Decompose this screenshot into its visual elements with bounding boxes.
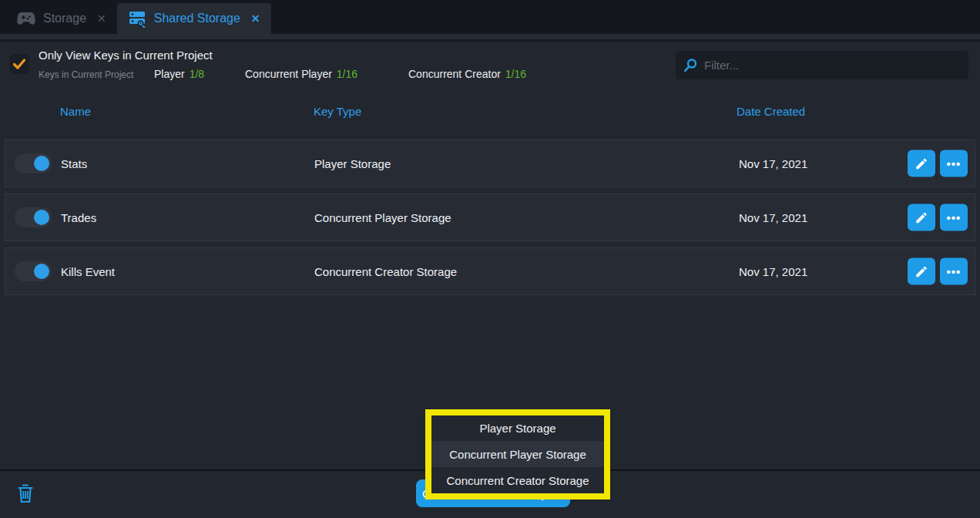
- pencil-icon: [915, 264, 928, 278]
- page-title: Only View Keys in Current Project: [39, 49, 213, 62]
- column-header-date-created[interactable]: Date Created: [737, 105, 805, 118]
- tab-bar: Storage ✕ Shared Storage ✕: [0, 0, 980, 34]
- date-created: Nov 17, 2021: [739, 211, 807, 224]
- key-type: Concurrent Creator Storage: [314, 265, 457, 278]
- enabled-toggle[interactable]: [15, 153, 52, 173]
- filter-box: [676, 51, 968, 79]
- enabled-toggle[interactable]: [15, 207, 52, 227]
- toggle-knob: [34, 156, 49, 171]
- ellipsis-icon: •••: [947, 211, 962, 224]
- menu-item-player-storage[interactable]: Player Storage: [431, 415, 604, 441]
- key-name: Kills Event: [61, 265, 115, 278]
- close-tab-icon[interactable]: ✕: [97, 12, 106, 25]
- ellipsis-icon: •••: [947, 157, 962, 170]
- quota-value: 1/16: [505, 68, 526, 80]
- check-icon: [13, 59, 25, 69]
- filter-input[interactable]: [704, 59, 961, 72]
- quota-label: Concurrent Player: [245, 68, 332, 80]
- trash-icon: [18, 484, 33, 503]
- date-created: Nov 17, 2021: [739, 157, 807, 170]
- concurrent-creator-quota: Concurrent Creator1/16: [408, 68, 526, 80]
- concurrent-player-quota: Concurrent Player1/16: [245, 68, 357, 80]
- delete-button[interactable]: [15, 483, 35, 504]
- more-options-button[interactable]: •••: [940, 258, 968, 285]
- column-header-key-type[interactable]: Key Type: [314, 105, 361, 118]
- quota-value: 1/16: [337, 68, 357, 80]
- key-type-dropdown-menu: Player Storage Concurrent Player Storage…: [431, 415, 604, 493]
- ellipsis-icon: •••: [947, 265, 962, 278]
- close-tab-icon[interactable]: ✕: [251, 12, 260, 25]
- quota-value: 1/8: [190, 68, 204, 80]
- menu-item-concurrent-player-storage[interactable]: Concurrent Player Storage: [431, 441, 604, 467]
- key-name: Stats: [61, 157, 87, 170]
- date-created: Nov 17, 2021: [739, 265, 807, 278]
- divider: [0, 39, 980, 42]
- quota-label: Player: [154, 68, 185, 80]
- only-view-keys-checkbox[interactable]: [9, 54, 29, 74]
- column-header-name[interactable]: Name: [60, 105, 91, 118]
- tab-label: Storage: [43, 12, 86, 25]
- more-options-button[interactable]: •••: [940, 204, 968, 231]
- key-type: Concurrent Player Storage: [314, 211, 451, 224]
- table-row: Stats Player Storage Nov 17, 2021 •••: [5, 140, 975, 187]
- quota-label: Concurrent Creator: [408, 68, 501, 80]
- edit-button[interactable]: [908, 204, 935, 231]
- gamepad-icon: [17, 12, 35, 25]
- search-icon: [683, 58, 698, 72]
- tab-storage[interactable]: Storage ✕: [6, 3, 117, 34]
- edit-button[interactable]: [908, 258, 935, 285]
- tab-label: Shared Storage: [154, 12, 240, 25]
- pencil-icon: [915, 210, 928, 224]
- more-options-button[interactable]: •••: [940, 150, 968, 177]
- key-type: Player Storage: [314, 157, 391, 170]
- content-top-strip: [0, 34, 980, 39]
- menu-item-concurrent-creator-storage[interactable]: Concurrent Creator Storage: [431, 467, 604, 493]
- player-quota: Player1/8: [154, 68, 204, 80]
- shared-storage-window: Storage ✕ Shared Storage ✕ Only: [0, 0, 980, 518]
- pencil-icon: [915, 156, 928, 170]
- toggle-knob: [34, 210, 49, 225]
- shared-storage-icon: [128, 9, 146, 28]
- key-name: Trades: [61, 211, 96, 224]
- edit-button[interactable]: [908, 150, 935, 177]
- table-row: Kills Event Concurrent Creator Storage N…: [5, 247, 975, 295]
- tab-shared-storage[interactable]: Shared Storage ✕: [117, 3, 271, 34]
- enabled-toggle[interactable]: [15, 261, 52, 281]
- table-row: Trades Concurrent Player Storage Nov 17,…: [5, 193, 975, 241]
- keys-scope-label: Keys in Current Project: [39, 69, 133, 80]
- toggle-knob: [34, 264, 49, 279]
